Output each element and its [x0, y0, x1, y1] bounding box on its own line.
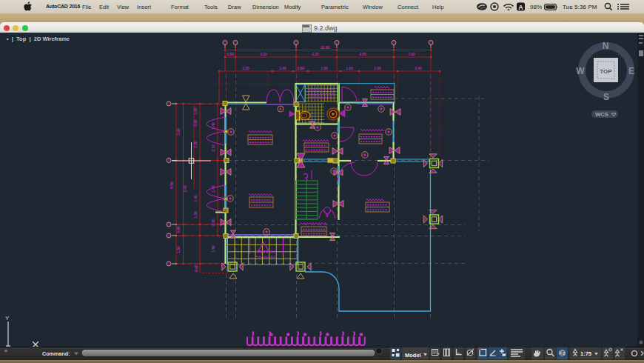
svg-text:3.90: 3.90 — [176, 128, 181, 136]
svg-text:3.45: 3.45 — [183, 185, 187, 193]
svg-text:0.80: 0.80 — [227, 52, 234, 56]
svg-text:2.00: 2.00 — [374, 66, 381, 70]
svg-text:1.50: 1.50 — [176, 246, 181, 253]
svg-text:1.50: 1.50 — [211, 245, 215, 253]
svg-text:2.20: 2.20 — [193, 141, 198, 148]
svg-text:Model: Model — [405, 352, 421, 359]
svg-text:0.80: 0.80 — [297, 66, 304, 70]
svg-text:1.30: 1.30 — [193, 211, 198, 219]
svg-text:1.40: 1.40 — [193, 195, 198, 202]
svg-text:S: S — [603, 92, 609, 102]
svg-text:2.10: 2.10 — [211, 144, 215, 152]
svg-text:1.40: 1.40 — [211, 185, 215, 193]
svg-text:3.20: 3.20 — [260, 52, 267, 56]
svg-text:WCS: WCS — [595, 111, 608, 118]
svg-text:8.50: 8.50 — [170, 182, 174, 189]
svg-text:1.80: 1.80 — [321, 66, 328, 70]
svg-text:1:75: 1:75 — [580, 350, 591, 357]
svg-text:2.40: 2.40 — [415, 66, 422, 70]
svg-text:N: N — [603, 41, 609, 51]
svg-text:3.00: 3.00 — [359, 52, 366, 56]
svg-text:0.80: 0.80 — [176, 226, 181, 233]
svg-text:E: E — [628, 66, 634, 76]
svg-text:A: A — [518, 4, 523, 11]
svg-text:Y: Y — [5, 315, 10, 322]
svg-text:2.00: 2.00 — [408, 52, 415, 56]
svg-text:0.90: 0.90 — [211, 219, 215, 226]
svg-text:1.00: 1.00 — [346, 66, 353, 70]
svg-text:10.80: 10.80 — [321, 45, 330, 50]
svg-text:Command:: Command: — [42, 350, 70, 357]
svg-text:0.60: 0.60 — [194, 264, 198, 272]
svg-text:W: W — [576, 66, 585, 76]
svg-text:0.90: 0.90 — [193, 119, 198, 127]
svg-text:2.35: 2.35 — [242, 66, 249, 70]
svg-text:1.40: 1.40 — [279, 66, 286, 70]
svg-text:1.00: 1.00 — [193, 107, 198, 115]
svg-text:TOP: TOP — [600, 68, 612, 75]
svg-text:▪ | Top | 2D Wireframe: ▪ | Top | 2D Wireframe — [7, 36, 70, 42]
svg-text:2.20: 2.20 — [312, 52, 319, 56]
